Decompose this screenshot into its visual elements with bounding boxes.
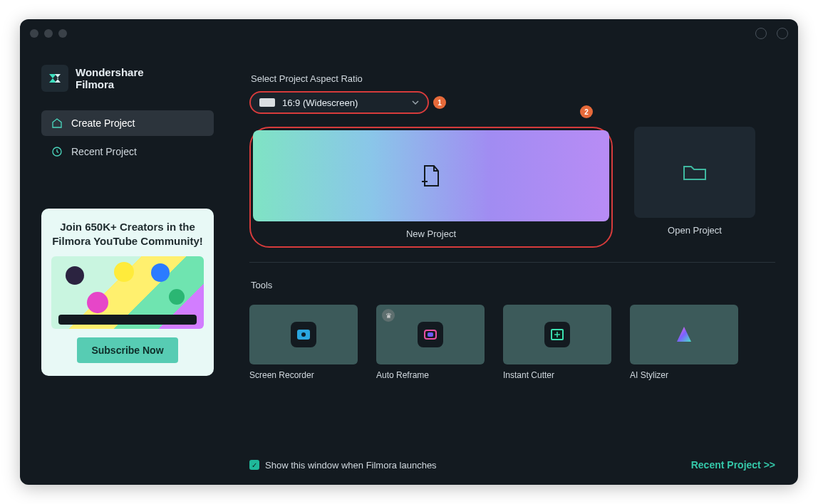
- show-on-launch-label: Show this window when Filmora launches: [265, 460, 437, 471]
- brand-text: Wondershare Filmora: [76, 66, 144, 91]
- tool-screen-recorder[interactable]: [249, 305, 358, 364]
- aspect-ratio-label: Select Project Aspect Ratio: [251, 73, 775, 84]
- tool-label: Screen Recorder: [249, 370, 358, 380]
- folder-icon: [683, 162, 707, 182]
- instant-cutter-icon: [544, 322, 570, 347]
- tool-label: Auto Reframe: [376, 370, 485, 380]
- new-file-icon: [421, 164, 441, 187]
- tool-label: Instant Cutter: [503, 370, 611, 380]
- sidebar-item-recent-project[interactable]: Recent Project: [41, 139, 214, 164]
- account-icon[interactable]: [777, 28, 788, 39]
- clock-icon: [51, 146, 63, 157]
- maximize-window-button[interactable]: [58, 29, 67, 38]
- open-project-label: Open Project: [668, 225, 722, 236]
- subscribe-button[interactable]: Subscribe Now: [77, 337, 177, 363]
- chevron-down-icon: [412, 99, 419, 106]
- aspect-ratio-value: 16:9 (Widescreen): [282, 98, 358, 108]
- footer: ✓ Show this window when Filmora launches…: [249, 448, 775, 471]
- sidebar-item-label: Recent Project: [71, 146, 137, 157]
- brand-logo-icon: [41, 65, 68, 92]
- window-controls: [30, 29, 67, 38]
- sidebar-item-create-project[interactable]: Create Project: [41, 110, 214, 136]
- svg-marker-1: [55, 74, 61, 83]
- titlebar: [20, 19, 798, 48]
- divider: [249, 262, 775, 263]
- tool-ai-stylizer[interactable]: [630, 305, 738, 364]
- new-project-card[interactable]: [253, 130, 609, 221]
- svg-rect-6: [428, 332, 433, 337]
- sidebar-item-label: Create Project: [71, 117, 135, 129]
- aspect-ratio-dropdown[interactable]: 16:9 (Widescreen): [249, 91, 429, 114]
- titlebar-right: [755, 28, 788, 39]
- ai-stylizer-icon: [671, 322, 697, 347]
- open-project-card[interactable]: [634, 127, 755, 218]
- show-on-launch-checkbox[interactable]: ✓: [249, 460, 259, 470]
- tool-auto-reframe[interactable]: ♛: [376, 305, 485, 364]
- new-project-label: New Project: [253, 229, 609, 239]
- svg-marker-0: [49, 74, 56, 83]
- screen-recorder-icon: [291, 322, 316, 347]
- promo-card: Join 650K+ Creators in the Filmora YouTu…: [41, 209, 214, 376]
- annotation-badge-2: 2: [580, 105, 593, 118]
- brand: Wondershare Filmora: [41, 65, 214, 92]
- premium-crown-icon: ♛: [382, 309, 395, 322]
- close-window-button[interactable]: [30, 29, 38, 38]
- aspect-thumb-icon: [259, 98, 275, 107]
- app-window: Wondershare Filmora Create Project Recen…: [20, 19, 798, 485]
- recent-project-link[interactable]: Recent Project >>: [691, 459, 775, 471]
- brand-line-1: Wondershare: [76, 66, 144, 78]
- home-icon: [51, 117, 63, 129]
- annotation-badge-1: 1: [433, 96, 446, 109]
- promo-title: Join 650K+ Creators in the Filmora YouTu…: [51, 220, 204, 249]
- tool-label: AI Stylizer: [630, 370, 738, 380]
- brand-line-2: Filmora: [76, 78, 144, 90]
- promo-illustration: [51, 256, 204, 329]
- tool-instant-cutter[interactable]: [503, 305, 611, 364]
- tools-heading: Tools: [251, 280, 775, 290]
- new-project-annotation-outline: New Project: [249, 127, 613, 248]
- sidebar: Wondershare Filmora Create Project Recen…: [20, 48, 227, 485]
- main-panel: Select Project Aspect Ratio 16:9 (Widesc…: [227, 48, 798, 485]
- auto-reframe-icon: [418, 322, 443, 347]
- tools-grid: Screen Recorder ♛ Auto Reframe: [249, 305, 775, 380]
- refresh-icon[interactable]: [755, 28, 767, 39]
- minimize-window-button[interactable]: [44, 29, 53, 38]
- svg-point-4: [301, 332, 306, 337]
